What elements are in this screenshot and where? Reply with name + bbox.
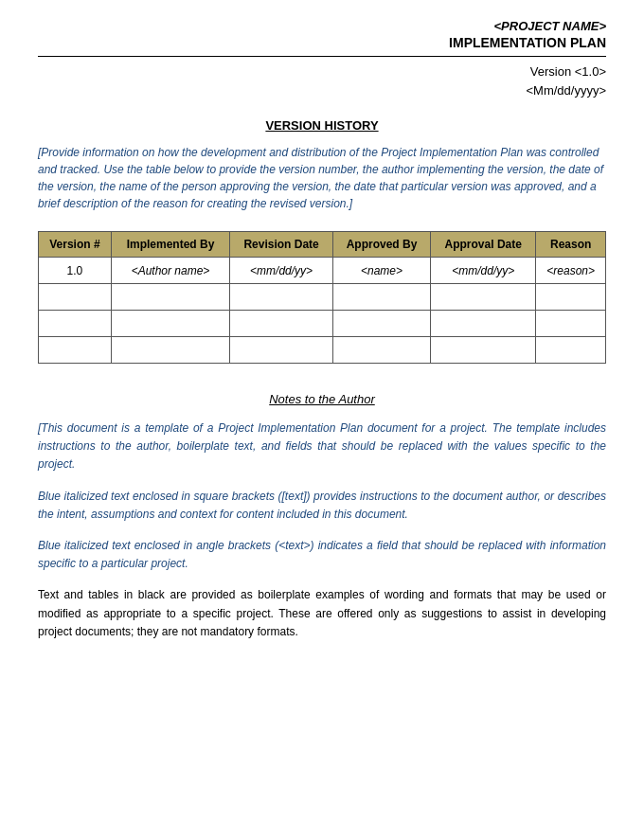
table-cell-3-3 (332, 337, 430, 364)
doc-title: IMPLEMENTATION PLAN (38, 35, 606, 50)
table-cell-0-1: <Author name> (111, 258, 229, 284)
col-header-version: Version # (39, 232, 112, 258)
version-number: Version <1.0> (38, 62, 606, 81)
table-cell-0-3: <name> (332, 258, 430, 284)
note-block-2: Blue italicized text enclosed in angle b… (38, 537, 606, 573)
table-cell-3-2 (230, 337, 333, 364)
table-cell-1-0 (39, 284, 112, 311)
header-divider (38, 56, 606, 57)
table-cell-0-5: <reason> (536, 258, 606, 284)
table-cell-1-1 (111, 284, 229, 311)
table-row (39, 311, 606, 337)
table-cell-1-4 (431, 284, 536, 311)
table-cell-3-5 (536, 337, 606, 364)
table-cell-2-2 (230, 311, 333, 337)
table-cell-2-4 (431, 311, 536, 337)
table-cell-3-0 (39, 337, 112, 364)
table-row (39, 284, 606, 311)
version-history-intro: [Provide information on how the developm… (38, 144, 606, 212)
table-cell-2-1 (111, 311, 229, 337)
table-cell-2-0 (39, 311, 112, 337)
table-row (39, 337, 606, 364)
version-info: Version <1.0> <Mm/dd/yyyy> (38, 62, 606, 99)
header: <PROJECT NAME> IMPLEMENTATION PLAN (38, 19, 606, 50)
col-header-approval-date: Approval Date (431, 232, 536, 258)
notes-section: Notes to the Author [This document is a … (38, 392, 606, 641)
version-table: Version # Implemented By Revision Date A… (38, 231, 606, 364)
note-block-3: Text and tables in black are provided as… (38, 586, 606, 641)
table-cell-3-4 (431, 337, 536, 364)
table-cell-0-2: <mm/dd/yy> (230, 258, 333, 284)
table-body: 1.0<Author name><mm/dd/yy><name><mm/dd/y… (39, 258, 606, 364)
table-cell-1-5 (536, 284, 606, 311)
col-header-approved: Approved By (332, 232, 430, 258)
version-history-title: VERSION HISTORY (38, 118, 606, 133)
note-block-0: [This document is a template of a Projec… (38, 420, 606, 474)
col-header-revision: Revision Date (230, 232, 333, 258)
version-date: <Mm/dd/yyyy> (38, 81, 606, 100)
table-row: 1.0<Author name><mm/dd/yy><name><mm/dd/y… (39, 258, 606, 284)
table-cell-2-5 (536, 311, 606, 337)
table-cell-1-3 (332, 284, 430, 311)
table-cell-0-4: <mm/dd/yy> (431, 258, 536, 284)
table-cell-2-3 (332, 311, 430, 337)
project-name: <PROJECT NAME> (38, 19, 606, 33)
note-block-1: Blue italicized text enclosed in square … (38, 488, 606, 524)
version-history-section: VERSION HISTORY [Provide information on … (38, 118, 606, 364)
table-cell-1-2 (230, 284, 333, 311)
table-cell-0-0: 1.0 (39, 258, 112, 284)
table-header-row: Version # Implemented By Revision Date A… (39, 232, 606, 258)
col-header-reason: Reason (536, 232, 606, 258)
col-header-implemented: Implemented By (111, 232, 229, 258)
table-cell-3-1 (111, 337, 229, 364)
notes-title: Notes to the Author (38, 392, 606, 406)
